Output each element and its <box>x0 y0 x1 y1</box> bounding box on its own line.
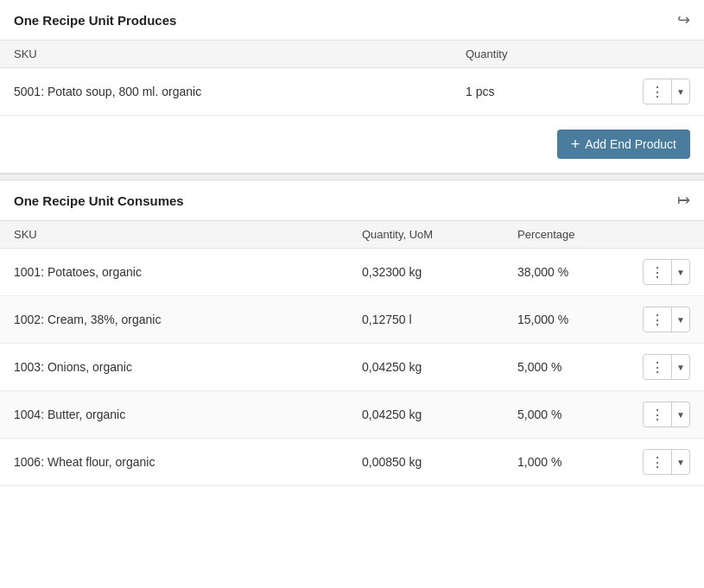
bottom-col-pct-header: Percentage <box>517 228 638 241</box>
three-dot-icon: ⋮ <box>644 450 672 474</box>
bottom-rows-container: 1001: Potatoes, organic 0,32300 kg 38,00… <box>0 249 704 486</box>
table-row: 1001: Potatoes, organic 0,32300 kg 38,00… <box>0 249 704 296</box>
table-row: 5001: Potato soup, 800 ml. organic 1 pcs… <box>0 68 704 116</box>
three-dot-icon: ⋮ <box>644 79 672 104</box>
plus-icon: + <box>571 136 580 152</box>
table-row: 1004: Butter, organic 0,04250 kg 5,000 %… <box>0 391 704 439</box>
bottom-row-actions: ⋮ ▼ <box>638 354 690 380</box>
bottom-row-pct: 15,000 % <box>517 313 638 326</box>
top-col-sku-header: SKU <box>14 47 466 60</box>
top-col-qty-header: Quantity <box>466 47 638 60</box>
bottom-row-qty-uom: 0,12750 l <box>362 313 517 326</box>
top-row-qty: 1 pcs <box>466 85 638 98</box>
table-row: 1006: Wheat flour, organic 0,00850 kg 1,… <box>0 439 704 486</box>
import-icon[interactable]: ↦ <box>677 191 690 210</box>
table-row: 1003: Onions, organic 0,04250 kg 5,000 %… <box>0 344 704 391</box>
chevron-down-icon: ▼ <box>672 79 689 104</box>
bottom-row-pct: 38,000 % <box>517 265 638 279</box>
bottom-section-title: One Recipe Unit Consumes <box>14 193 184 208</box>
bottom-row-sku: 1004: Butter, organic <box>14 408 362 421</box>
chevron-down-icon: ▼ <box>672 450 689 474</box>
bottom-table-header: SKU Quantity, UoM Percentage <box>0 221 704 249</box>
chevron-down-icon: ▼ <box>672 355 689 379</box>
export-icon[interactable]: ↪ <box>677 10 690 29</box>
bottom-row-qty-uom: 0,32300 kg <box>362 265 517 279</box>
top-row-sku: 5001: Potato soup, 800 ml. organic <box>14 85 466 98</box>
section-divider <box>0 174 704 180</box>
top-row-actions: ⋮ ▼ <box>638 79 690 104</box>
top-section-header: One Recipe Unit Produces ↪ <box>0 0 704 41</box>
top-row-action-button[interactable]: ⋮ ▼ <box>643 79 690 104</box>
bottom-row-actions: ⋮ ▼ <box>638 307 690 332</box>
three-dot-icon: ⋮ <box>644 355 672 379</box>
chevron-down-icon: ▼ <box>672 260 689 284</box>
bottom-row-qty-uom: 0,04250 kg <box>362 360 517 374</box>
top-section: One Recipe Unit Produces ↪ SKU Quantity … <box>0 0 704 174</box>
bottom-row-qty-uom: 0,00850 kg <box>362 455 517 469</box>
bottom-row-sku: 1003: Onions, organic <box>14 360 362 374</box>
bottom-row-action-button[interactable]: ⋮ ▼ <box>643 259 690 285</box>
bottom-section: One Recipe Unit Consumes ↦ SKU Quantity,… <box>0 180 704 486</box>
top-table-header: SKU Quantity <box>0 41 704 68</box>
bottom-row-actions: ⋮ ▼ <box>638 449 690 475</box>
bottom-row-sku: 1002: Cream, 38%, organic <box>14 313 362 326</box>
bottom-row-actions: ⋮ ▼ <box>638 259 690 285</box>
bottom-row-action-button[interactable]: ⋮ ▼ <box>643 401 690 427</box>
bottom-row-pct: 1,000 % <box>517 455 638 469</box>
add-end-product-container: + Add End Product <box>0 116 704 174</box>
add-end-product-label: Add End Product <box>585 137 676 151</box>
bottom-col-qty-uom-header: Quantity, UoM <box>362 228 517 241</box>
add-end-product-button[interactable]: + Add End Product <box>557 130 690 159</box>
bottom-row-action-button[interactable]: ⋮ ▼ <box>643 449 690 475</box>
bottom-row-pct: 5,000 % <box>517 360 638 374</box>
chevron-down-icon: ▼ <box>672 402 689 427</box>
bottom-row-pct: 5,000 % <box>517 408 638 421</box>
bottom-row-sku: 1006: Wheat flour, organic <box>14 455 362 469</box>
bottom-col-sku-header: SKU <box>14 228 362 241</box>
three-dot-icon: ⋮ <box>644 402 672 427</box>
bottom-row-action-button[interactable]: ⋮ ▼ <box>643 354 690 380</box>
three-dot-icon: ⋮ <box>644 307 672 332</box>
bottom-row-action-button[interactable]: ⋮ ▼ <box>643 307 690 332</box>
bottom-row-qty-uom: 0,04250 kg <box>362 408 517 421</box>
three-dot-icon: ⋮ <box>644 260 672 284</box>
chevron-down-icon: ▼ <box>672 307 689 332</box>
bottom-section-header: One Recipe Unit Consumes ↦ <box>0 180 704 221</box>
top-section-title: One Recipe Unit Produces <box>14 13 176 28</box>
table-row: 1002: Cream, 38%, organic 0,12750 l 15,0… <box>0 296 704 344</box>
bottom-row-actions: ⋮ ▼ <box>638 401 690 427</box>
bottom-row-sku: 1001: Potatoes, organic <box>14 265 362 279</box>
